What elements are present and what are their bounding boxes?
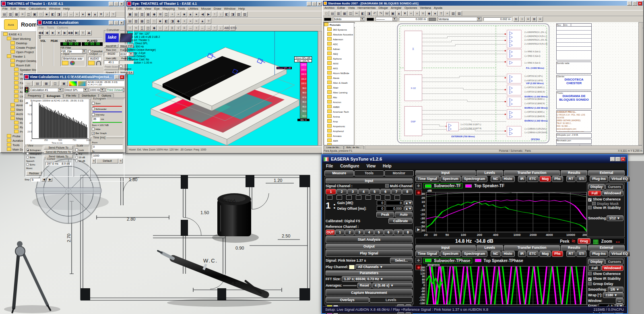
plot-button[interactable]: ETC [527,251,539,257]
toolbar-icon[interactable]: ◫ [145,25,151,31]
toolbar-icon[interactable]: ⌂ [62,12,68,17]
toolbar-icon[interactable]: ↔ [68,12,74,17]
toolbar-icon[interactable]: ● [194,12,199,17]
tab[interactable]: Echogram [44,94,63,98]
toolbar-icon[interactable]: ● [432,11,438,16]
toolbar-icon[interactable]: ■ [157,19,163,24]
plot-button[interactable]: NC [491,251,500,257]
toolbar-icon[interactable]: ▲ [92,12,98,17]
plot-button[interactable]: Histo [502,251,515,257]
format-icon[interactable]: ≣ [531,17,537,22]
tree-item[interactable]: Amvaco [327,134,354,138]
tree-item[interactable]: AMX [327,138,354,143]
toolbar-icon[interactable]: ABC [224,25,229,31]
redraw-button[interactable]: Redraw [26,171,41,176]
ease-titlebar[interactable]: THEATRE1 of Theater 1 - EASE 4.1 _□× [1,1,125,6]
toolbar-icon[interactable]: ▲ [396,11,402,16]
reference-channel-button[interactable]: 1 [335,229,345,235]
toolbar-icon[interactable]: □ [324,11,329,16]
lock-icon[interactable]: ▪ [405,312,411,314]
tab-tools[interactable]: Tools [354,170,384,176]
capture-measurement-button[interactable]: Capture Measurement [326,289,413,296]
calculation-dropdown[interactable]: Calculation #1▼ [29,88,63,92]
minimize-icon[interactable]: _ [627,1,632,6]
play-channel-dropdown[interactable]: All Channels ▼ [355,264,413,270]
peak-button[interactable]: Peak [376,212,394,217]
toolbar-icon[interactable]: ▦ [145,12,151,17]
plot-button[interactable]: IR [518,176,526,182]
plot-button[interactable]: Virtual EQ [609,176,630,182]
gain-field-a[interactable]: 0 [377,200,385,205]
toolbar-icon[interactable]: ■ [182,12,187,17]
tab[interactable]: File Info [63,93,79,97]
menu-item[interactable]: Help [383,164,392,168]
minimize-icon[interactable]: _ [109,21,114,25]
toolbar-icon[interactable]: □ [38,12,43,17]
position-slider[interactable] [38,36,102,39]
menu-item[interactable]: Edit [136,7,142,10]
menu-item[interactable]: View [366,164,376,168]
transport-icon[interactable]: ■ [50,30,56,35]
save-folder-icon[interactable] [88,61,95,65]
pin-icon[interactable]: — [25,81,33,86]
schroeder-checkbox[interactable]: Schroeder [92,107,123,112]
menu-item[interactable]: Window [49,7,60,10]
plot-button[interactable]: Spectrum [440,176,461,182]
toolbar-icon[interactable]: √ [175,25,181,31]
play-signal-button[interactable]: Play Signal [326,250,413,257]
show-ir-stability-checkbox[interactable]: ✓ [588,277,592,281]
toolbar-icon[interactable]: ◫ [348,11,353,16]
output-field[interactable]: AUDIO [88,57,101,60]
tree-item[interactable]: Allen & Heath [327,81,354,85]
transport-icon[interactable]: ◀ [44,30,50,35]
smoothing-dropdown[interactable]: 1/12 ▼ [607,215,623,221]
tree-item[interactable]: Ampetronic [327,124,354,129]
close-icon[interactable]: × [638,1,642,6]
tree-item[interactable]: Amcron [327,100,354,105]
toolbar-icon[interactable]: × [175,12,181,17]
plot-button[interactable]: Spectrogram [462,251,487,257]
toolbar-icon[interactable]: ▨ [456,11,462,16]
maximize-icon[interactable]: □ [632,1,637,6]
channel-button[interactable]: 7 [391,189,402,194]
input-file-field[interactable]: BrianVoice.wav [62,57,84,60]
frame-size-dropdown[interactable]: 8192▼ [120,52,134,56]
plot-button[interactable]: Time Signal [415,176,440,182]
plot-button[interactable]: RT [566,251,576,257]
toolbar-icon[interactable]: ◫ [26,12,31,17]
menu-item[interactable]: Window [224,7,235,10]
delay-spinner[interactable]: ▲▼ [404,206,413,211]
close-icon[interactable]: × [621,157,625,161]
toolbar-icon[interactable]: ▲ [200,19,205,24]
toolbar-icon[interactable]: + [182,19,187,24]
tree-item[interactable]: Adtran [327,47,354,52]
plot-button[interactable]: STI [576,176,586,182]
weight-field[interactable]: 0.000 m [399,17,427,21]
overlays-tab[interactable]: Overlays [326,297,369,303]
toolbar-icon[interactable]: ↑ [212,12,217,17]
fill-color-swatch[interactable] [367,18,374,21]
toolbar-icon[interactable]: ▣ [32,12,37,17]
tree-item[interactable]: ADC [327,42,354,47]
tree-item[interactable]: Alcorn McBride [327,71,354,76]
menu-item[interactable]: Utilities [188,7,198,10]
headphones-icon[interactable] [96,61,101,65]
toolbar-icon[interactable]: ∑ [139,25,145,31]
menu-item[interactable]: Edit [10,7,16,10]
toolbar-icon[interactable]: ≈ [194,19,199,24]
toolbar-icon[interactable]: Σ [169,25,175,31]
intercoupled-checkbox[interactable] [120,65,122,68]
step-field[interactable]: 5 [31,178,40,182]
select-signal-button[interactable]: Select... [390,258,413,263]
toolbar-icon[interactable]: ○ [157,25,163,31]
reference-channel-button[interactable]: 5 [374,229,384,235]
tree-item[interactable]: Altair [327,85,354,90]
ascii-fir-button[interactable]: AsciiFIR [104,44,118,48]
stardraw-hscrollbar[interactable] [365,145,642,149]
toolbar-icon[interactable]: ◨ [366,11,372,16]
peek-icon[interactable]: ≈ [572,238,576,245]
scale-option[interactable]: 20 dB [75,156,88,159]
hide-checkbox[interactable]: Hide [92,127,123,131]
plot-button[interactable]: Time Signal [415,251,440,257]
tree-item[interactable]: 360 Systems [327,27,354,32]
